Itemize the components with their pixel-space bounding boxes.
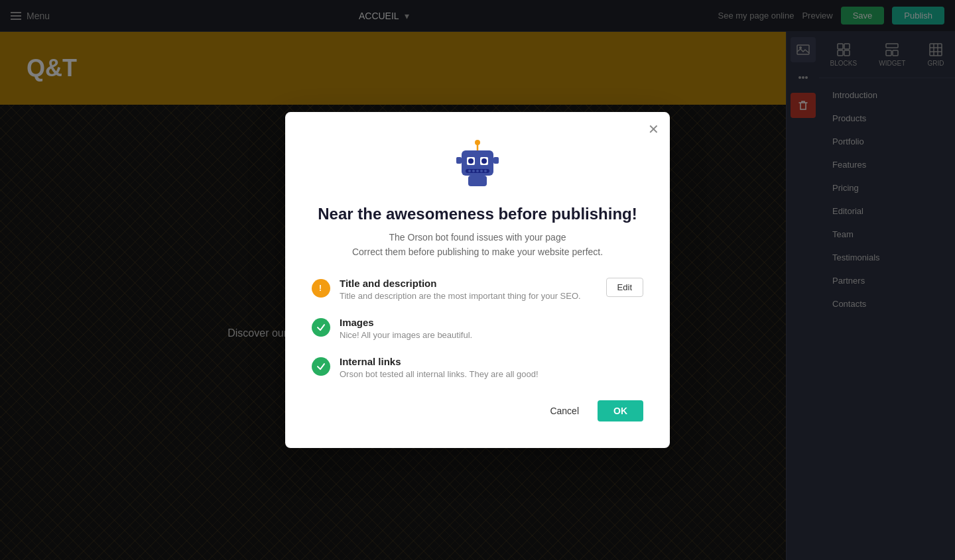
svg-text:!: !	[319, 284, 322, 293]
check-title-desc-text: Title and description Title and descript…	[340, 278, 597, 301]
svg-point-25	[468, 158, 474, 164]
warning-icon: !	[312, 279, 330, 298]
ok-button[interactable]: OK	[598, 400, 643, 421]
modal-close-button[interactable]: ✕	[648, 123, 659, 136]
check-title-action: Edit	[606, 278, 643, 297]
check-images-text: Images Nice! All your images are beautif…	[340, 317, 643, 340]
publish-check-modal: ✕ Near the awesomeness	[285, 112, 670, 449]
modal-subtitle-line1: The Orson bot found issues with your pag…	[389, 232, 566, 243]
check-item-title-desc: ! Title and description Title and descri…	[312, 278, 643, 301]
check-images-desc: Nice! All your images are beautiful.	[340, 330, 643, 340]
svg-point-31	[480, 170, 483, 172]
svg-rect-35	[468, 176, 487, 186]
svg-point-28	[468, 170, 471, 172]
exclamation-icon: !	[316, 284, 326, 293]
success-icon-links	[312, 357, 330, 376]
check-links-desc: Orson bot tested all internal links. The…	[340, 369, 643, 379]
modal-subtitle-line2: Correct them before publishing to make y…	[352, 247, 603, 257]
check-links-label: Internal links	[340, 356, 643, 367]
check-item-links: Internal links Orson bot tested all inte…	[312, 356, 643, 379]
check-title-desc: Title and description are the most impor…	[340, 291, 597, 301]
check-items-list: ! Title and description Title and descri…	[312, 278, 643, 379]
check-images-label: Images	[340, 317, 643, 328]
svg-point-32	[484, 170, 487, 172]
robot-illustration	[312, 139, 643, 192]
svg-point-29	[472, 170, 475, 172]
checkmark-icon-images	[316, 323, 326, 332]
check-item-images: Images Nice! All your images are beautif…	[312, 317, 643, 340]
modal-footer: Cancel OK	[312, 400, 643, 421]
checkmark-icon-links	[316, 362, 326, 371]
robot-icon	[454, 139, 501, 192]
svg-rect-33	[456, 157, 462, 164]
modal-subtitle: The Orson bot found issues with your pag…	[312, 230, 643, 260]
svg-point-30	[476, 170, 479, 172]
edit-title-button[interactable]: Edit	[606, 278, 643, 297]
svg-point-26	[481, 158, 487, 164]
cancel-button[interactable]: Cancel	[539, 400, 590, 421]
svg-point-21	[475, 140, 480, 145]
success-icon-images	[312, 318, 330, 337]
svg-rect-34	[493, 157, 499, 164]
check-links-text: Internal links Orson bot tested all inte…	[340, 356, 643, 379]
modal-title: Near the awesomeness before publishing!	[312, 205, 643, 223]
check-title-label: Title and description	[340, 278, 597, 289]
